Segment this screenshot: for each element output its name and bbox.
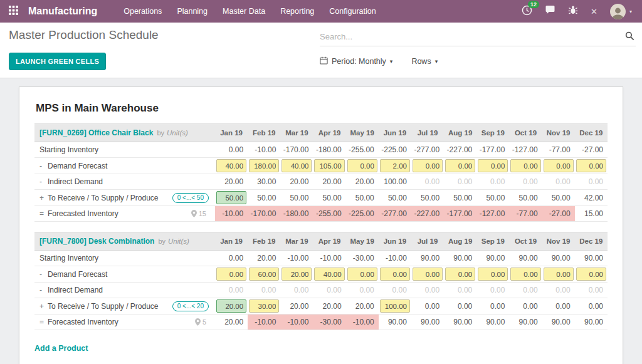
value-cell: 90.00 <box>476 251 509 266</box>
supply-quantity-input[interactable] <box>216 299 246 313</box>
month-header: Jun 19 <box>379 124 411 142</box>
demand-forecast-input[interactable] <box>544 159 574 172</box>
nav-menu-master-data[interactable]: Master Data <box>215 0 273 23</box>
demand-forecast-input[interactable] <box>413 268 443 281</box>
month-header: Aug 19 <box>444 124 476 142</box>
demand-forecast-input[interactable] <box>510 268 540 281</box>
demand-forecast-input[interactable] <box>347 268 377 281</box>
demand-forecast-input[interactable] <box>445 268 475 281</box>
demand-forecast-input[interactable] <box>576 159 606 172</box>
value-cell: -10.00 <box>379 251 411 266</box>
search-input[interactable] <box>320 32 621 41</box>
editable-cell <box>542 266 575 283</box>
launch-green-cells-button[interactable]: LAUNCH GREEN CELLS <box>9 53 106 70</box>
row-receive: +To Receive / To Supply / Produce0 <...<… <box>34 298 608 315</box>
add-product-link[interactable]: Add a Product <box>34 344 88 353</box>
demand-forecast-input[interactable] <box>510 159 540 172</box>
calendar-icon <box>320 56 328 66</box>
month-header: Apr 19 <box>313 124 345 142</box>
value-cell: 90.00 <box>411 251 444 266</box>
supply-quantity-input[interactable] <box>380 299 410 313</box>
demand-forecast-input[interactable] <box>282 268 312 281</box>
row-label-cell: -Indirect Demand <box>34 283 215 298</box>
mps-sheet: MPS in Main Warehouse [FURN_0269] Office… <box>19 86 623 364</box>
row-label: Starting Inventory <box>39 145 98 154</box>
value-cell: -77.00 <box>542 142 575 158</box>
value-cell: 50.00 <box>411 190 444 206</box>
row-prefix: - <box>39 162 48 170</box>
demand-forecast-input[interactable] <box>380 159 410 172</box>
apps-menu-button[interactable] <box>5 6 24 18</box>
value-cell: 90.00 <box>476 315 509 330</box>
supply-quantity-input[interactable] <box>249 299 279 313</box>
product-header-row: [FURN_7800] Desk CombinationbyUnit(s)Jan… <box>34 232 608 251</box>
user-menu[interactable]: ▾ <box>610 4 632 19</box>
row-label-cell: -Demand Forecast <box>34 266 215 283</box>
editable-cell <box>379 298 411 315</box>
value-cell: 0.00 <box>476 174 509 190</box>
value-cell: 0.00 <box>575 298 608 315</box>
value-cell: 50.00 <box>444 190 476 206</box>
demand-forecast-input[interactable] <box>347 159 377 172</box>
supply-quantity-input[interactable] <box>216 191 246 204</box>
nav-menu-configuration[interactable]: Configuration <box>322 0 383 23</box>
messages-button[interactable] <box>545 5 555 18</box>
debug-button[interactable] <box>568 5 578 18</box>
demand-forecast-input[interactable] <box>249 159 279 172</box>
search-icon[interactable] <box>621 31 636 42</box>
value-cell: -177.00 <box>476 142 509 158</box>
product-link[interactable]: [FURN_7800] Desk Combination <box>39 237 154 246</box>
demand-forecast-input[interactable] <box>314 159 344 172</box>
mps-product-table: [FURN_7800] Desk CombinationbyUnit(s)Jan… <box>34 232 608 330</box>
value-cell: 20.00 <box>346 174 379 190</box>
editable-cell <box>411 158 444 174</box>
month-header: Nov 19 <box>542 124 575 142</box>
demand-forecast-input[interactable] <box>445 159 475 172</box>
demand-forecast-input[interactable] <box>478 268 508 281</box>
editable-cell <box>379 266 411 283</box>
row-label-cell: Starting Inventory <box>34 142 215 158</box>
demand-forecast-input[interactable] <box>216 159 246 172</box>
value-cell: 0.00 <box>411 174 444 190</box>
sheet-title: MPS in Main Warehouse <box>36 102 608 115</box>
value-cell: 42.00 <box>575 190 608 206</box>
editable-cell <box>215 298 248 315</box>
row-label: Forecasted Inventory <box>48 318 118 326</box>
demand-forecast-input[interactable] <box>282 159 312 172</box>
value-cell: 90.00 <box>509 315 542 330</box>
demand-forecast-input[interactable] <box>478 159 508 172</box>
demand-forecast-input[interactable] <box>413 159 443 172</box>
demand-forecast-input[interactable] <box>314 268 344 281</box>
activities-button[interactable]: 12 <box>522 5 532 18</box>
value-cell: 90.00 <box>509 251 542 266</box>
month-header: Mar 19 <box>280 232 313 251</box>
value-cell: 20.00 <box>313 298 345 315</box>
demand-forecast-input[interactable] <box>380 268 410 281</box>
value-cell: -277.00 <box>379 206 411 222</box>
bug-icon <box>568 5 578 18</box>
row-demand: -Demand Forecast <box>34 266 608 283</box>
product-link[interactable]: [FURN_0269] Office Chair Black <box>39 128 153 137</box>
value-cell: 50.00 <box>346 190 379 206</box>
demand-forecast-input[interactable] <box>576 268 606 281</box>
editable-cell <box>248 298 280 315</box>
row-forecast: =Forecasted Inventory15-10.00-170.00-180… <box>34 206 608 222</box>
demand-forecast-input[interactable] <box>544 268 574 281</box>
nav-menu-planning[interactable]: Planning <box>169 0 215 23</box>
rows-filter-button[interactable]: Rows ▾ <box>411 57 438 66</box>
period-filter-button[interactable]: Period: Monthly ▾ <box>320 56 392 66</box>
demand-forecast-input[interactable] <box>216 268 246 281</box>
editable-cell <box>215 266 248 283</box>
location-pin-indicator: 15 <box>191 210 206 217</box>
value-cell: 50.00 <box>280 190 313 206</box>
demand-forecast-input[interactable] <box>249 268 279 281</box>
month-header: May 19 <box>346 124 379 142</box>
value-cell: 0.00 <box>509 298 542 315</box>
app-name[interactable]: Manufacturing <box>28 6 97 17</box>
value-cell: 20.00 <box>248 251 280 266</box>
value-cell: -30.00 <box>313 315 345 330</box>
nav-menu-reporting[interactable]: Reporting <box>273 0 322 23</box>
value-cell: 0.00 <box>575 283 608 298</box>
close-debug-button[interactable]: ✕ <box>591 7 597 16</box>
nav-menu-operations[interactable]: Operations <box>116 0 169 23</box>
